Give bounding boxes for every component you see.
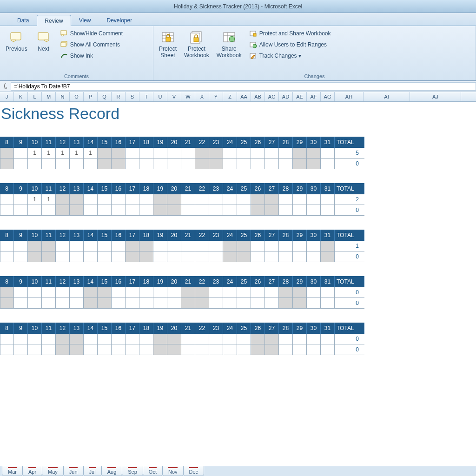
day-header[interactable]: 13 [70, 183, 84, 194]
cell[interactable] [139, 241, 153, 251]
cell[interactable] [70, 205, 84, 216]
day-header[interactable]: 9 [14, 183, 28, 194]
sheet-tab-nov[interactable]: Nov [162, 466, 184, 476]
day-header[interactable]: 18 [139, 323, 153, 334]
cell[interactable] [42, 287, 56, 298]
day-header[interactable]: 21 [181, 137, 195, 148]
cell[interactable] [209, 298, 223, 309]
day-header[interactable]: 9 [14, 323, 28, 334]
day-header[interactable]: 12 [56, 323, 70, 334]
cell[interactable] [70, 159, 84, 169]
cell[interactable] [223, 205, 237, 216]
cell[interactable] [126, 205, 139, 216]
cell[interactable]: 1 [28, 148, 42, 159]
day-header[interactable]: 29 [293, 230, 307, 241]
cell[interactable] [293, 148, 307, 159]
day-header[interactable]: 18 [139, 230, 153, 241]
day-header[interactable]: 9 [14, 137, 28, 148]
cell[interactable] [307, 159, 321, 169]
cell[interactable] [181, 194, 195, 205]
cell[interactable] [153, 148, 167, 159]
day-header[interactable]: 16 [112, 137, 126, 148]
day-header[interactable]: 10 [28, 276, 42, 287]
column-header[interactable]: AI [364, 92, 410, 101]
cell[interactable] [293, 194, 307, 205]
day-header[interactable]: 9 [14, 230, 28, 241]
cell[interactable] [181, 241, 195, 251]
cell[interactable] [112, 334, 126, 344]
tab-data[interactable]: Data [9, 14, 37, 26]
cell[interactable] [153, 251, 167, 262]
cell[interactable] [126, 241, 139, 251]
cell[interactable] [251, 344, 265, 355]
day-header[interactable]: 31 [321, 276, 335, 287]
day-header[interactable]: 11 [42, 183, 56, 194]
cell[interactable] [167, 287, 181, 298]
day-header[interactable]: 21 [181, 276, 195, 287]
cell[interactable]: 1 [42, 148, 56, 159]
day-header[interactable]: 25 [237, 323, 251, 334]
day-header[interactable]: 31 [321, 230, 335, 241]
cell[interactable] [223, 148, 237, 159]
day-header[interactable]: 21 [181, 183, 195, 194]
cell[interactable] [265, 159, 279, 169]
column-header[interactable]: L [28, 92, 42, 101]
total-cell[interactable]: 0 [335, 159, 364, 169]
total-cell[interactable]: 0 [335, 334, 364, 344]
column-header[interactable]: AG [321, 92, 335, 101]
cell[interactable] [42, 344, 56, 355]
total-cell[interactable]: 0 [335, 205, 364, 216]
cell[interactable] [167, 205, 181, 216]
day-header[interactable]: 12 [56, 137, 70, 148]
day-header[interactable]: 23 [209, 323, 223, 334]
sheet-tab-oct[interactable]: Oct [143, 466, 163, 476]
column-header[interactable]: V [167, 92, 181, 101]
cell[interactable] [307, 251, 321, 262]
cell[interactable] [293, 159, 307, 169]
cell[interactable] [0, 241, 14, 251]
day-header[interactable]: 21 [181, 230, 195, 241]
cell[interactable] [209, 344, 223, 355]
total-cell[interactable]: 0 [335, 251, 364, 262]
column-header[interactable]: K [14, 92, 28, 101]
cell[interactable] [0, 159, 14, 169]
cell[interactable] [237, 334, 251, 344]
day-header[interactable]: 18 [139, 276, 153, 287]
cell[interactable] [112, 298, 126, 309]
cell[interactable] [28, 344, 42, 355]
cell[interactable] [223, 159, 237, 169]
cell[interactable] [84, 298, 98, 309]
protect-share-button[interactable]: Protect and Share Workbook [248, 29, 332, 38]
total-cell[interactable]: 0 [335, 298, 364, 309]
cell[interactable] [279, 194, 293, 205]
cell[interactable] [195, 205, 209, 216]
cell[interactable] [14, 334, 28, 344]
formula-input[interactable] [11, 82, 476, 91]
day-header[interactable]: 8 [0, 137, 14, 148]
cell[interactable] [209, 251, 223, 262]
cell[interactable] [321, 287, 335, 298]
cell[interactable] [28, 241, 42, 251]
sheet-tab-dec[interactable]: Dec [183, 466, 205, 476]
cell[interactable] [70, 334, 84, 344]
cell[interactable] [56, 334, 70, 344]
cell[interactable] [28, 298, 42, 309]
cell[interactable] [126, 287, 139, 298]
cell[interactable] [153, 205, 167, 216]
day-header[interactable]: 12 [56, 183, 70, 194]
cell[interactable] [321, 251, 335, 262]
day-header[interactable]: 11 [42, 276, 56, 287]
cell[interactable] [265, 194, 279, 205]
cell[interactable] [98, 251, 112, 262]
cell[interactable] [139, 159, 153, 169]
cell[interactable] [279, 205, 293, 216]
cell[interactable] [223, 194, 237, 205]
cell[interactable] [265, 205, 279, 216]
day-header[interactable]: 19 [153, 276, 167, 287]
cell[interactable] [139, 194, 153, 205]
cell[interactable] [70, 287, 84, 298]
day-header[interactable]: 27 [265, 137, 279, 148]
cell[interactable] [70, 241, 84, 251]
cell[interactable] [42, 159, 56, 169]
cell[interactable] [139, 344, 153, 355]
